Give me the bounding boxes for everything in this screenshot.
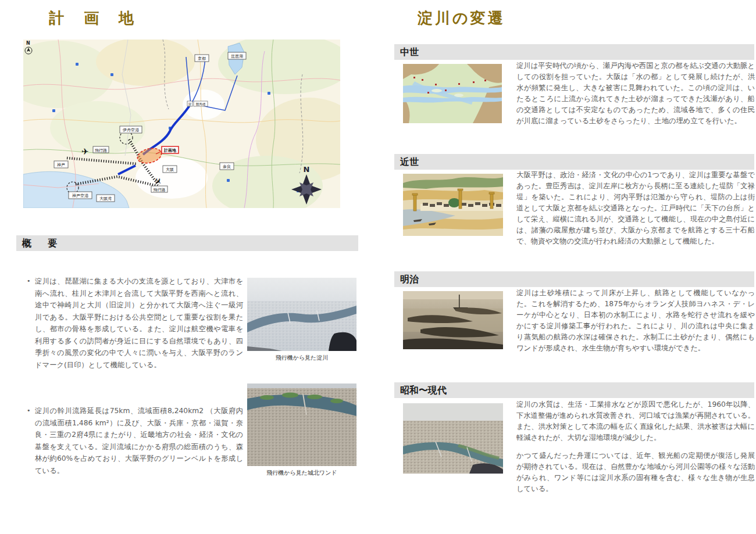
bullet-dot: •: [27, 405, 35, 476]
edo-period-painting-image: [403, 174, 503, 236]
section-paragraph: 淀川は平安時代の頃から、瀬戸内海や西国と京の都を結ぶ交通の大動脈としての役割を担…: [516, 60, 755, 127]
map-label-kyoto: 京都: [195, 55, 209, 62]
svg-text:大阪: 大阪: [166, 167, 174, 172]
photo-caption: 飛行機から見た淀川: [247, 354, 356, 362]
modern-aerial-photo-image: [403, 403, 503, 474]
meiji-sepia-photo-image: [403, 291, 503, 349]
svg-text:琵琶湖: 琵琶湖: [231, 54, 243, 59]
overview-bullet-2: • 淀川の幹川流路延長は75km、流域面積8,240km2 （大阪府内の流域面積…: [27, 405, 243, 476]
section-paragraph: 大阪平野は、政治・経済・文化の中心の1つであり、淀川は重要な基盤であった。豊臣秀…: [516, 170, 755, 247]
map-label-osaka-bay: 大阪湾: [97, 195, 115, 202]
svg-text:神戸: 神戸: [57, 163, 65, 167]
overview-bullet-2-text: 淀川の幹川流路延長は75km、流域面積8,240km2 （大阪府内の流域面積1,…: [35, 405, 243, 476]
section-paragraph: かつて盛んだった舟運については、近年、観光船の定期便が復活し発展が期待されている…: [516, 450, 755, 494]
left-page-title: 計 画 地: [49, 8, 136, 28]
document-page: 計 画 地 淀川の変遷: [0, 0, 756, 534]
overview-heading-bar: 概 要: [16, 235, 358, 251]
svg-text:N: N: [304, 165, 310, 174]
overview-bullet-1: • 淀川は、琵琶湖に集まる大小の支流を源としており、大津市を南へ流れ、桂川と木津…: [27, 275, 243, 371]
section-paragraph: 淀川の水質は、生活・工業排水などが原因で悪化したが、1960年以降、下水道整備が…: [516, 399, 755, 443]
location-map-graphic: ✈ ✈ 京都 琵琶湖 淀 競馬場 伊丹空港: [23, 40, 340, 208]
map-label-keibajo: 競馬場: [194, 101, 208, 106]
svg-text:大阪湾: 大阪湾: [99, 196, 112, 201]
section-text-meiji: 淀川は土砂堆積によって川床が上昇し、航路として機能していなかった。これを解消する…: [516, 288, 755, 361]
map-label-kobe-airport: 神戸空港: [69, 192, 92, 199]
section-heading-bar-meiji: 明治: [394, 271, 754, 287]
overview-heading: 概 要: [22, 238, 60, 249]
map-label-osaka: 大阪: [163, 166, 177, 173]
photo-yodogawa-from-airplane: [247, 278, 356, 351]
svg-text:計画地: 計画地: [163, 148, 176, 153]
map-label-kobe: 神戸: [54, 161, 68, 168]
medieval-map-image: [403, 64, 502, 123]
airplane-icon: ✈: [81, 146, 89, 157]
location-map: ✈ ✈ 京都 琵琶湖 淀 競馬場 伊丹空港: [23, 40, 340, 208]
section-text-kinsei: 大阪平野は、政治・経済・文化の中心の1つであり、淀川は重要な基盤であった。豊臣秀…: [516, 170, 755, 254]
section-heading-bar-showa-gendai: 昭和〜現代: [394, 382, 754, 398]
map-label-flight-path-1: 飛行路: [93, 146, 109, 153]
svg-text:神戸空港: 神戸空港: [72, 193, 89, 198]
map-label-itami-airport: 伊丹空港: [120, 126, 142, 133]
svg-text:飛行路: 飛行路: [95, 148, 107, 153]
svg-text:N: N: [26, 41, 30, 46]
section-text-chusei: 淀川は平安時代の頃から、瀬戸内海や西国と京の都を結ぶ交通の大動脈としての役割を担…: [516, 60, 755, 134]
section-heading: 昭和〜現代: [400, 385, 447, 396]
section-paragraph: 淀川は土砂堆積によって川床が上昇し、航路として機能していなかった。これを解消する…: [516, 288, 755, 354]
overview-bullet-1-text: 淀川は、琵琶湖に集まる大小の支流を源としており、大津市を南へ流れ、桂川と木津川と…: [35, 275, 243, 371]
map-label-yodo: 淀: [187, 101, 192, 106]
section-heading: 明治: [400, 274, 419, 285]
right-page-title: 淀川の変遷: [418, 8, 505, 28]
section-heading: 中世: [400, 46, 419, 58]
section-text-showa-gendai: 淀川の水質は、生活・工業排水などが原因で悪化したが、1960年以降、下水道整備が…: [516, 399, 755, 501]
svg-text:淀: 淀: [188, 102, 192, 106]
map-label-flight-path-2: 飛行路: [151, 186, 167, 192]
svg-text:伊丹空港: 伊丹空港: [123, 128, 140, 132]
svg-text:競馬場: 競馬場: [196, 102, 206, 106]
photo-shirokita-wando-from-airplane: [247, 384, 356, 466]
section-heading-bar-kinsei: 近世: [394, 154, 754, 170]
section-heading: 近世: [400, 156, 419, 167]
map-label-planned-site: 計画地: [162, 146, 179, 153]
map-label-nara: 奈良: [220, 163, 234, 170]
map-label-biwako: 琵琶湖: [228, 52, 246, 59]
svg-text:京都: 京都: [198, 56, 206, 61]
photo-caption: 飛行機から見た城北ワンド: [247, 469, 356, 477]
bullet-dot: •: [27, 275, 35, 371]
svg-text:奈良: 奈良: [223, 164, 231, 169]
svg-text:飛行路: 飛行路: [154, 188, 166, 192]
section-heading-bar-chusei: 中世: [394, 44, 754, 60]
